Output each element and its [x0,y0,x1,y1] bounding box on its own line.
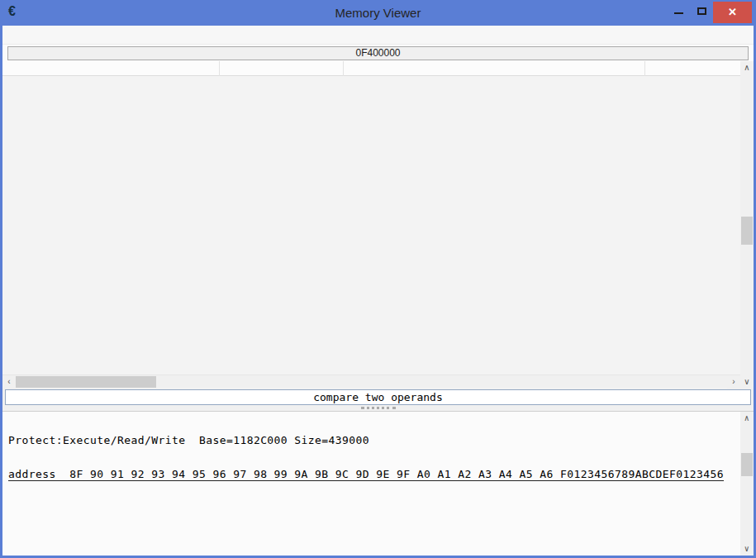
maximize-button[interactable] [691,0,712,23]
hex-content: Protect:Execute/Read/Write Base=1182C000… [8,413,724,502]
hex-v-scrollbar[interactable]: ∧ ∨ [740,412,754,556]
scroll-down-icon[interactable]: ∨ [740,542,754,556]
minimize-icon [674,12,683,14]
column-separator[interactable] [343,61,344,76]
instruction-info: compare two operands [5,389,751,405]
scroll-thumb[interactable] [16,376,156,388]
scroll-thumb[interactable] [741,453,753,476]
hex-header-line: address 8F 90 91 92 93 94 95 96 97 98 99… [8,469,724,480]
minimize-button[interactable] [668,0,689,23]
disasm-header [2,61,754,76]
menubar [2,26,754,45]
hexview-panel: Protect:Execute/Read/Write Base=1182C000… [2,411,754,556]
hex-header: address 8F 90 91 92 93 94 95 96 97 98 99… [8,468,724,481]
column-separator[interactable] [219,61,220,76]
close-button[interactable]: ✕ [713,2,752,23]
disasm-v-scrollbar[interactable]: ∧ ∨ [740,61,754,389]
scroll-right-icon[interactable]: › [727,375,740,389]
scroll-thumb[interactable] [741,217,753,245]
address-bar: 0F400000 [2,45,754,61]
disasm-h-scrollbar[interactable]: ‹ › [2,374,740,388]
address-input[interactable]: 0F400000 [7,46,749,60]
maximize-icon [697,7,706,15]
column-separator[interactable] [644,61,645,76]
hex-protect-line: Protect:Execute/Read/Write Base=1182C000… [8,435,724,446]
scroll-down-icon[interactable]: ∨ [740,375,754,389]
scroll-left-icon[interactable]: ‹ [2,375,16,389]
scroll-up-icon[interactable]: ∧ [740,61,754,74]
disasm-panel: ∧ ∨ ‹ › [2,61,754,389]
window-title: Memory Viewer [0,6,756,20]
memory-viewer-window: € Memory Viewer ✕ 0F400000 ∧ ∨ ‹ › compa… [0,0,756,558]
scroll-up-icon[interactable]: ∧ [740,412,754,425]
splitter-handle[interactable] [361,407,396,409]
titlebar: € Memory Viewer ✕ [0,0,756,26]
